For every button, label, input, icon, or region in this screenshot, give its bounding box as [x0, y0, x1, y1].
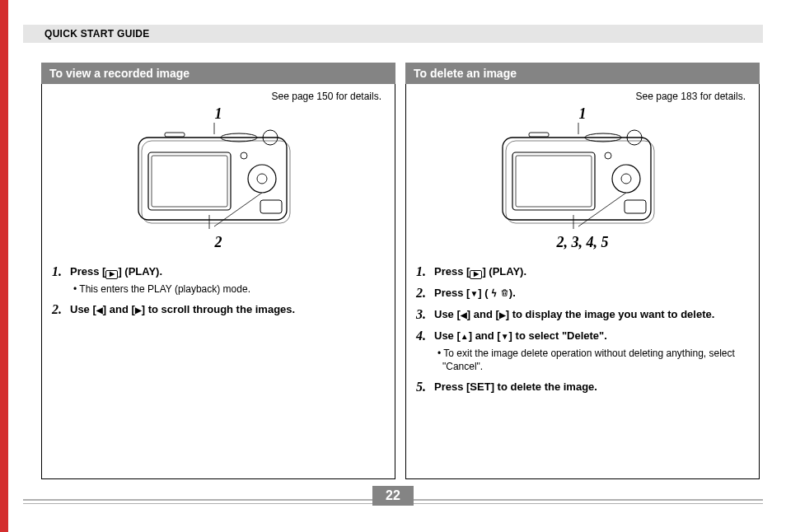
- step-text: Use [◀] and [▶] to display the image you…: [434, 307, 749, 322]
- svg-rect-15: [506, 141, 654, 223]
- step-item: 1. Press [▶] (PLAY). • This enters the P…: [52, 264, 385, 296]
- right-arrow-icon: ▶: [135, 306, 142, 315]
- flash-icon: ϟ: [491, 288, 497, 298]
- callout-label-bottom: 2, 3, 4, 5: [414, 234, 751, 251]
- down-arrow-icon: ▼: [501, 332, 509, 341]
- section-header: QUICK START GUIDE: [23, 25, 763, 43]
- svg-rect-1: [142, 141, 290, 223]
- svg-point-5: [257, 174, 267, 184]
- camera-illustration-block: 1 2, 3, 4, 5: [414, 105, 751, 251]
- step-number: 5.: [416, 380, 434, 394]
- details-reference: See page 150 for details.: [50, 91, 386, 102]
- step-text-pre: Use [: [70, 303, 96, 315]
- svg-rect-3: [152, 156, 227, 207]
- step-text-pre: Use [: [434, 329, 461, 342]
- step-text-mid: ] (: [478, 287, 491, 299]
- svg-rect-0: [138, 138, 287, 220]
- svg-rect-17: [516, 156, 592, 207]
- callout-label-top: 1: [414, 105, 751, 123]
- step-text-post: ] to select "Delete".: [509, 329, 607, 342]
- left-arrow-icon: ◀: [461, 310, 467, 320]
- step-item: 3. Use [◀] and [▶] to display the image …: [416, 307, 749, 322]
- step-text-pre: Use [: [434, 308, 461, 320]
- step-text-post: ] to display the image you want to delet…: [506, 308, 715, 320]
- step-item: 2. Use [◀] and [▶] to scroll through the…: [52, 302, 385, 317]
- svg-point-10: [241, 152, 247, 159]
- step-text-mid: ] and [: [467, 308, 499, 320]
- play-icon: ▶: [470, 270, 482, 279]
- step-text-mid: ] and [: [469, 329, 501, 342]
- panel-body: See page 150 for details. 1: [41, 84, 395, 479]
- svg-point-18: [612, 165, 640, 193]
- svg-point-19: [621, 174, 631, 184]
- play-icon: ▶: [105, 270, 118, 279]
- section-header-text: QUICK START GUIDE: [44, 28, 150, 40]
- svg-rect-16: [512, 152, 595, 210]
- step-number: 2.: [416, 286, 434, 301]
- step-number: 2.: [52, 302, 70, 317]
- svg-rect-8: [165, 133, 185, 137]
- details-reference: See page 183 for details.: [414, 91, 751, 102]
- step-subtext: • This enters the PLAY (playback) mode.: [70, 282, 385, 296]
- step-text: Press [▶] (PLAY).: [70, 264, 385, 279]
- step-number: 4.: [416, 329, 434, 373]
- step-text-post: ] to scroll through the images.: [142, 303, 295, 315]
- panel-view-image: To view a recorded image See page 150 fo…: [41, 63, 395, 479]
- svg-rect-2: [148, 152, 231, 210]
- camera-illustration: [132, 123, 305, 230]
- camera-illustration: [496, 123, 669, 230]
- page-footer: 22: [23, 499, 763, 504]
- step-subtext: • To exit the image delete operation wit…: [434, 347, 749, 373]
- step-text: Use [▲] and [▼] to select "Delete".: [434, 329, 749, 343]
- left-arrow-icon: ◀: [96, 306, 103, 315]
- step-number: 3.: [416, 307, 434, 322]
- svg-rect-23: [625, 200, 646, 213]
- panel-delete-image: To delete an image See page 183 for deta…: [405, 63, 760, 479]
- svg-point-24: [605, 152, 611, 159]
- step-item: 4. Use [▲] and [▼] to select "Delete". •…: [416, 329, 749, 373]
- up-arrow-icon: ▲: [461, 332, 469, 341]
- step-text-pre: Press [: [70, 265, 105, 278]
- margin-stripe: [0, 0, 8, 532]
- svg-point-4: [248, 165, 276, 193]
- step-text: Press [▶] (PLAY).: [434, 264, 749, 279]
- right-arrow-icon: ▶: [499, 310, 506, 320]
- svg-rect-14: [503, 138, 651, 220]
- svg-rect-9: [260, 200, 282, 213]
- down-arrow-icon: ▼: [470, 289, 478, 298]
- panel-title: To view a recorded image: [41, 63, 395, 84]
- callout-label-bottom: 2: [50, 234, 386, 251]
- step-number: 1.: [52, 264, 70, 296]
- step-text-post: ).: [509, 287, 516, 299]
- panel-title: To delete an image: [405, 63, 760, 84]
- step-text-mid: ] and [: [103, 303, 135, 315]
- step-text-post: ] (PLAY).: [482, 265, 526, 278]
- trash-icon: [500, 288, 509, 297]
- steps-list: 1. Press [▶] (PLAY). • This enters the P…: [50, 259, 386, 317]
- step-text-pre: Press [: [434, 287, 470, 299]
- callout-label-top: 1: [50, 105, 386, 123]
- step-text: Press [▼] ( ϟ ).: [434, 286, 749, 301]
- step-item: 1. Press [▶] (PLAY).: [416, 264, 749, 279]
- step-text: Use [◀] and [▶] to scroll through the im…: [70, 302, 385, 317]
- steps-list: 1. Press [▶] (PLAY). 2. Press [▼] ( ϟ ).: [414, 259, 751, 394]
- panel-body: See page 183 for details. 1: [405, 84, 760, 479]
- step-number: 1.: [416, 264, 434, 279]
- content-row: To view a recorded image See page 150 fo…: [41, 63, 763, 479]
- camera-illustration-block: 1 2: [50, 105, 386, 251]
- svg-rect-22: [529, 133, 549, 137]
- step-text-post: ] (PLAY).: [118, 265, 162, 278]
- step-text: Press [SET] to delete the image.: [434, 380, 749, 394]
- step-item: 5. Press [SET] to delete the image.: [416, 380, 749, 394]
- step-text-pre: Press [: [434, 265, 470, 278]
- page-number: 22: [372, 486, 414, 506]
- step-item: 2. Press [▼] ( ϟ ).: [416, 286, 749, 301]
